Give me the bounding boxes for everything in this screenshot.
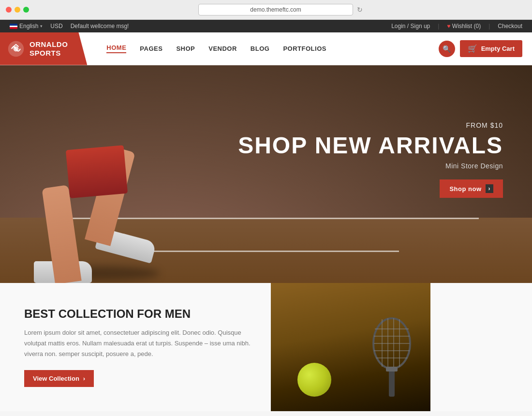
flag-icon	[10, 24, 17, 29]
top-bar: English ▾ USD Default wellcome msg! Logi…	[0, 20, 532, 32]
cart-label: Empty Cart	[481, 45, 515, 52]
browser-urlbar: demo.themeftc.com ↻	[35, 4, 526, 15]
browser-titlebar: demo.themeftc.com ↻	[0, 0, 532, 20]
hero-section: FROM $10 SHOP NEW ARRIVALS Mini Store De…	[0, 65, 532, 283]
nav-link-blog[interactable]: BLOG	[251, 45, 270, 52]
top-bar-left: English ▾ USD Default wellcome msg!	[10, 23, 129, 30]
main-nav: ORNALDO SPORTS HOME PAGES SHOP VENDOR BL…	[0, 32, 532, 65]
nav-link-shop[interactable]: SHOP	[176, 45, 195, 52]
collection-image	[271, 283, 430, 411]
hero-cta-label: Shop now	[449, 185, 481, 193]
top-bar-right: Login / Sign up | ♥ Wishlist (0) | Check…	[391, 23, 522, 30]
currency-selector[interactable]: USD	[50, 23, 62, 30]
checkout-link[interactable]: Checkout	[498, 23, 522, 30]
collection-cta-button[interactable]: View Collection ›	[24, 370, 94, 387]
language-chevron-icon: ▾	[40, 24, 43, 29]
nav-links: HOME PAGES SHOP VENDOR BLOG PORTFOLIOS	[106, 44, 438, 53]
language-label: English	[19, 23, 38, 30]
svg-rect-13	[386, 367, 398, 371]
cart-icon: 🛒	[468, 44, 477, 53]
nav-link-portfolios[interactable]: PORTFOLIOS	[283, 45, 326, 52]
dot-yellow[interactable]	[15, 7, 20, 13]
browser-dots	[6, 7, 29, 13]
collection-cta-label: View Collection	[33, 375, 79, 382]
language-selector[interactable]: English ▾	[10, 23, 43, 30]
hero-arrow-icon: ›	[486, 184, 494, 193]
cart-button[interactable]: 🛒 Empty Cart	[460, 40, 522, 57]
hero-from-price: FROM $10	[238, 121, 503, 129]
logo-text: ORNALDO SPORTS	[30, 40, 68, 58]
nav-link-vendor[interactable]: VENDOR	[208, 45, 237, 52]
hero-subtitle: Mini Store Design	[238, 162, 503, 170]
heart-icon: ♥	[447, 23, 450, 30]
hero-title: SHOP NEW ARRIVALS	[238, 133, 503, 159]
logo[interactable]: ORNALDO SPORTS	[0, 32, 87, 65]
dot-red[interactable]	[6, 7, 12, 13]
search-button[interactable]: 🔍	[439, 41, 455, 57]
divider: |	[438, 23, 439, 30]
dot-green[interactable]	[23, 7, 29, 13]
nav-right: 🔍 🛒 Empty Cart	[439, 40, 522, 57]
shorts	[66, 145, 128, 198]
svg-point-1	[14, 46, 19, 51]
svg-rect-12	[389, 368, 395, 397]
browser-chrome: demo.themeftc.com ↻	[0, 0, 532, 20]
hero-content: FROM $10 SHOP NEW ARRIVALS Mini Store De…	[238, 121, 532, 227]
collection-description: Lorem ipsum dolor sit amet, consectetuer…	[24, 327, 251, 359]
search-icon: 🔍	[443, 45, 451, 53]
collection-block: BEST COLLECTION FOR MEN Lorem ipsum dolo…	[0, 283, 271, 411]
hero-cta-button[interactable]: Shop now ›	[440, 179, 503, 198]
tennis-image-area	[271, 283, 430, 411]
below-hero-section: BEST COLLECTION FOR MEN Lorem ipsum dolo…	[0, 283, 532, 411]
logo-icon	[7, 40, 25, 58]
tennis-racket-svg	[368, 314, 416, 401]
collection-arrow-icon: ›	[83, 375, 85, 382]
wishlist-link[interactable]: ♥ Wishlist (0)	[447, 23, 481, 30]
login-link[interactable]: Login / Sign up	[391, 23, 430, 30]
url-bar[interactable]: demo.themeftc.com	[198, 4, 353, 15]
nav-link-home[interactable]: HOME	[106, 44, 126, 53]
welcome-message: Default wellcome msg!	[71, 23, 129, 30]
wishlist-label: Wishlist (0)	[452, 23, 481, 30]
divider2: |	[488, 23, 490, 30]
collection-title: BEST COLLECTION FOR MEN	[24, 307, 251, 321]
refresh-icon[interactable]: ↻	[357, 6, 363, 14]
tennis-ball	[297, 363, 331, 397]
nav-link-pages[interactable]: PAGES	[140, 45, 163, 52]
